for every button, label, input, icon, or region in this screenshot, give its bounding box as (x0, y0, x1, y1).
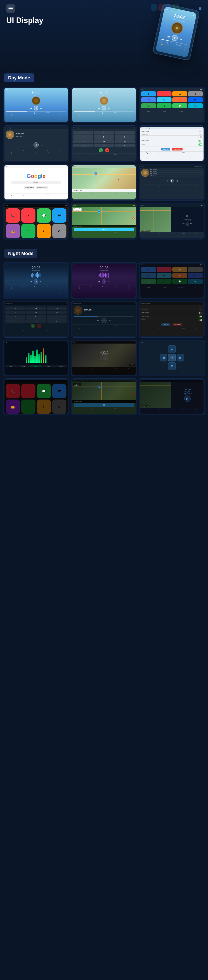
day-local-music-screen: 17:8▲SocialMusic ●● 华乐_018.mp4 华乐_019.mp… (139, 164, 205, 201)
night-mode-row-3: ●●●▲ (0, 340, 208, 376)
day-google-screen: 11:5▲●● Google Search... Google Search I… (3, 164, 69, 201)
day-waze-inner: 00:32 ▲●● W Sunny CoffeeRestaurant ★ 10/… (72, 204, 136, 238)
day-mode-row-1: ●●●▲ 20:08 A stunning piece of music ⏮ ⏸… (0, 87, 208, 123)
night-not-playing-screen: 00:55 ▲●● 10/10 ETA 9.0 mi Start onSingi… (139, 379, 205, 415)
day-apps-inner: 16:54⬤⬤ ✈ ♪ 📷 ⚙ 🗺 W 🚗 BT 📞 ♫ 💬 📹 (140, 88, 203, 122)
day-mode-label: Day Mode (4, 73, 34, 83)
night-mode-section: Night Mode ●●●▲ 20:08 A stunning piece (0, 244, 208, 419)
night-carplay-inner: 16:54●● 📞 ♪ 💬 🗺 📻 ♫ 🎙 ⚙ 📞✉●AUTO▲ (5, 380, 68, 414)
day-bt-call-screen: Bluetooth_Call▲ ✕ 1 2• 3• 4• 5• 6• 7• 8•… (71, 126, 137, 162)
night-music-screen-1: ●●●▲ 20:08 A stunning piece (3, 262, 69, 299)
night-bt-settings-screen: Bluetooth_Settings▲ ✕ Device nameCarBT D… (139, 301, 205, 337)
night-music-2-inner: ●●●▲ 20:08 A stunning piece (72, 264, 136, 298)
night-video-screen: ●●●▲ 🎬 ▶ Video 📞✉●AUTO▲ (71, 340, 137, 376)
night-nav-controls-screen: ●●●▲ ▲ ◀ OK ▶ ▼ 📞✉●AUTO▲ (139, 340, 205, 376)
hamburger-icon (8, 7, 13, 10)
night-mode-row-4: 16:54●● 📞 ♪ 💬 🗺 📻 ♫ 🎙 ⚙ 📞✉●AUTO▲ (0, 379, 208, 415)
day-bt-music-screen: Bluetooth_Music▲ ✕ Music Title Music Alb… (3, 126, 69, 162)
day-not-playing-screen: 00:55 ▲●● 10/10 ETA 9.0 mi ▶ Not Playing (139, 203, 205, 239)
day-google-inner: 11:5▲●● Google Search... Google Search I… (5, 165, 68, 199)
day-map-screen: 00:32 ▲●● ▲ 📍 10/10 ETA 9.0 mi 📞✉●AUTO▲ (71, 164, 137, 201)
page-header: ≡ UI Display ●●●▲ 20:08 A stunning piece… (0, 0, 208, 68)
day-mode-row-4: 16:54●● 📞 ♪ 💬 🗺 📻 ♫ 🎙 ⚙ 📞✉●AUTO▲ (0, 203, 208, 239)
day-bt-settings-inner: Bluetooth_Settings▲ ✕ Device nameCarBT D… (140, 127, 203, 161)
footer-spacer (0, 419, 208, 428)
day-music-1-screen: ●●●▲ 20:08 A stunning piece of music ⏮ ⏸… (5, 88, 68, 122)
menu-button[interactable] (6, 4, 15, 13)
night-waze-inner: 00:32 ▲●● W Sunny CoffeeRestaurant ★ 10/… (72, 380, 136, 414)
night-video-inner: ●●●▲ 🎬 ▶ Video 📞✉●AUTO▲ (72, 341, 136, 375)
night-eq-screen: ●●●▲ (3, 340, 69, 376)
day-waze-screen: 00:32 ▲●● W Sunny CoffeeRestaurant ★ 10/… (71, 203, 137, 239)
day-map-inner: 00:32 ▲●● ▲ 📍 10/10 ETA 9.0 mi 📞✉●AUTO▲ (72, 165, 136, 199)
night-bt-music-inner: Bluetooth_Music▲ ✕ Music Title Music Alb… (72, 302, 136, 336)
night-waze-screen: 00:32 ▲●● W Sunny CoffeeRestaurant ★ 10/… (71, 379, 137, 415)
day-mode-row-2: Bluetooth_Music▲ ✕ Music Title Music Alb… (0, 126, 208, 162)
night-bt-call-inner: Bluetooth_Call▲ ✕ 1 2• 3• 4• 5• 6• 7• 8•… (5, 302, 68, 336)
night-nav-controls-inner: ●●●▲ ▲ ◀ OK ▶ ▼ 📞✉●AUTO▲ (140, 341, 203, 375)
day-bt-music-inner: Bluetooth_Music▲ ✕ Music Title Music Alb… (5, 127, 68, 161)
night-mode-label: Night Mode (4, 249, 37, 258)
night-music-1-inner: ●●●▲ 20:08 A stunning piece (5, 264, 68, 298)
day-mode-row-3: 11:5▲●● Google Search... Google Search I… (0, 164, 208, 201)
night-not-playing-inner: 00:55 ▲●● 10/10 ETA 9.0 mi Start onSingi… (140, 380, 203, 414)
night-bt-call-screen: Bluetooth_Call▲ ✕ 1 2• 3• 4• 5• 6• 7• 8•… (3, 301, 69, 337)
night-music-screen-2: ●●●▲ 20:08 A stunning piece (71, 262, 137, 299)
night-mode-row-1: ●●●▲ 20:08 A stunning piece (0, 262, 208, 299)
night-eq-inner: ●●●▲ (5, 341, 68, 375)
night-mode-row-2: Bluetooth_Call▲ ✕ 1 2• 3• 4• 5• 6• 7• 8•… (0, 301, 208, 337)
day-carplay-screen: 16:54●● 📞 ♪ 💬 🗺 📻 ♫ 🎙 ⚙ 📞✉●AUTO▲ (3, 203, 69, 239)
day-local-music-inner: 17:8▲SocialMusic ●● 华乐_018.mp4 华乐_019.mp… (140, 165, 203, 199)
day-mode-section: Day Mode ●●●▲ 20:08 A stunning piece of … (0, 68, 208, 244)
night-music-album: Music Album (84, 310, 91, 311)
night-music-artist: Music Artist (84, 311, 91, 312)
night-apps-screen: 16:54⬤⬤ ✈ ♪ 📷 ⚙ 🗺 W 🚗 BT 📞 ♫ 💬 📹 (139, 262, 205, 299)
day-bt-settings-screen: Bluetooth_Settings▲ ✕ Device nameCarBT D… (139, 126, 205, 162)
night-carplay-screen: 16:54●● 📞 ♪ 💬 🗺 📻 ♫ 🎙 ⚙ 📞✉●AUTO▲ (3, 379, 69, 415)
night-bt-music-screen: Bluetooth_Music▲ ✕ Music Title Music Alb… (71, 301, 137, 337)
day-music-2-screen: ●●●▲ 20:08 A stunning piece of music ⏮ ⏸… (72, 88, 136, 122)
day-bt-call-inner: Bluetooth_Call▲ ✕ 1 2• 3• 4• 5• 6• 7• 8•… (72, 127, 136, 161)
night-bt-settings-inner: Bluetooth_Settings▲ ✕ Device nameCarBT D… (140, 302, 203, 336)
night-apps-inner: 16:54⬤⬤ ✈ ♪ 📷 ⚙ 🗺 W 🚗 BT 📞 ♫ 💬 📹 (140, 264, 203, 298)
day-apps-screen: 16:54⬤⬤ ✈ ♪ 📷 ⚙ 🗺 W 🚗 BT 📞 ♫ 💬 📹 (139, 87, 205, 123)
night-music-title: Music Title (84, 309, 91, 310)
day-music-screen-1: ●●●▲ 20:08 A stunning piece of music ⏮ ⏸… (3, 87, 69, 123)
day-carplay-inner: 16:54●● 📞 ♪ 💬 🗺 📻 ♫ 🎙 ⚙ 📞✉●AUTO▲ (5, 204, 68, 238)
day-not-playing-inner: 00:55 ▲●● 10/10 ETA 9.0 mi ▶ Not Playing (140, 204, 203, 238)
day-music-screen-2: ●●●▲ 20:08 A stunning piece of music ⏮ ⏸… (71, 87, 137, 123)
